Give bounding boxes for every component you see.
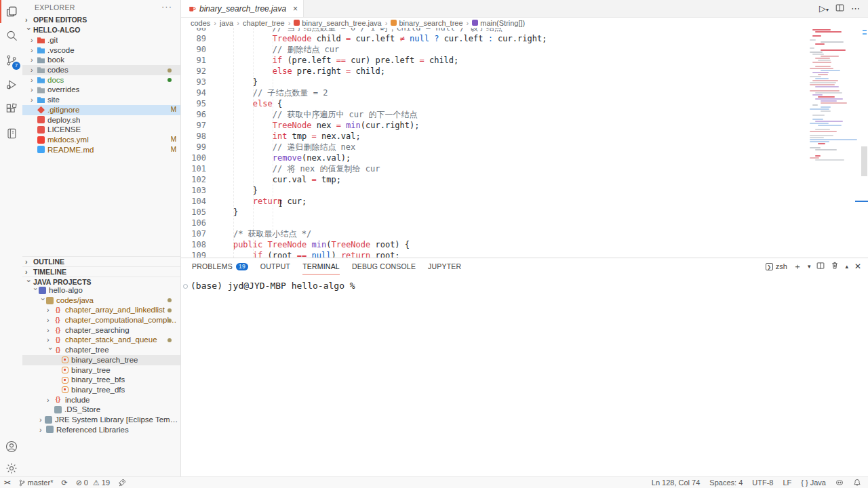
code-line-95: 95 else { — [181, 98, 868, 109]
class-icon — [62, 357, 68, 363]
panel-tab-debug-console[interactable]: DEBUG CONSOLE — [352, 258, 416, 274]
file-icon — [37, 126, 45, 134]
accounts-icon[interactable] — [0, 435, 22, 458]
tab-binary-search-tree[interactable]: binary_search_tree.java × — [181, 0, 304, 17]
problems-count-badge: 19 — [236, 263, 248, 270]
code-line-103: 103 } — [181, 185, 868, 196]
notebook-icon[interactable] — [0, 122, 22, 145]
activity-bar: 7 — [0, 0, 22, 476]
panel-tab-problems[interactable]: PROBLEMS19 — [192, 258, 248, 274]
java-project-item--DS_Store[interactable]: .DS_Store — [22, 405, 180, 415]
problems-status-item[interactable]: ⊘0 ⚠︎19 — [76, 479, 110, 487]
split-editor-icon[interactable] — [835, 3, 844, 14]
java-project-item-include[interactable]: ›{}include — [22, 395, 180, 405]
sync-changes-item[interactable]: ⟳ — [61, 479, 67, 487]
run-debug-icon[interactable] — [0, 73, 22, 96]
explorer-item-mkdocs.yml[interactable]: mkdocs.ymlM — [22, 135, 180, 145]
settings-gear-icon[interactable] — [0, 457, 22, 480]
explorer-item-.vscode[interactable]: ›.vscode — [22, 45, 180, 56]
folder-icon — [37, 47, 45, 54]
java-project-item-hello-algo[interactable]: ›hello-algo — [22, 285, 180, 296]
panel-tab-terminal[interactable]: TERMINAL — [302, 258, 340, 274]
run-java-button[interactable]: ▷▾ — [819, 3, 829, 14]
editor-more-actions-icon[interactable]: ⋯ — [851, 3, 860, 14]
explorer-item-book[interactable]: ›book — [22, 55, 180, 65]
tab-close-icon[interactable]: × — [293, 4, 298, 14]
git-branch-item[interactable]: master* — [18, 479, 54, 487]
terminal-profile-chevron-icon[interactable]: ▾ — [808, 263, 811, 270]
terminal-shell-selector[interactable]: ❯ zsh — [766, 262, 787, 270]
item-label: .vscode — [47, 45, 75, 56]
breadcrumb-item[interactable]: binary_search_tree.java — [294, 19, 381, 27]
java-project-item-chapter_array_and_linkedlist[interactable]: ›{}chapter_array_and_linkedlist — [22, 305, 180, 315]
git-status-badge: M — [171, 105, 176, 115]
java-project-item-binary_search_tree[interactable]: binary_search_tree — [22, 355, 180, 365]
kill-terminal-trash-icon[interactable] — [831, 261, 839, 272]
source-control-icon[interactable]: 7 — [0, 49, 22, 72]
chevron-right-icon: › — [31, 85, 37, 95]
breadcrumb-separator: › — [385, 19, 388, 27]
close-panel-icon[interactable]: ✕ — [854, 262, 861, 271]
explorer-item-codes[interactable]: ›codes — [22, 65, 180, 75]
explorer-item-README.md[interactable]: README.mdM — [22, 145, 180, 155]
explorer-item-LICENSE[interactable]: LICENSE — [22, 125, 180, 135]
explorer-more-actions[interactable]: ··· — [161, 1, 172, 12]
minimap[interactable] — [807, 29, 860, 258]
modified-dot — [167, 68, 172, 73]
java-project-item-chapter_searching[interactable]: ›{}chapter_searching — [22, 325, 180, 336]
maximize-panel-chevron-icon[interactable]: ▴ — [845, 263, 848, 270]
editor-scrollbar[interactable] — [860, 28, 868, 258]
class-icon — [62, 377, 68, 384]
java-project-item-Referenced-Libraries[interactable]: ›Referenced Libraries — [22, 425, 180, 435]
open-editors-section[interactable]: ›OPEN EDITORS — [22, 15, 180, 25]
new-terminal-icon[interactable]: ＋ — [793, 261, 802, 272]
explorer-item-overrides[interactable]: ›overrides — [22, 85, 180, 95]
scrollbar-thumb[interactable] — [861, 146, 867, 176]
breadcrumb-item[interactable]: java — [220, 19, 233, 27]
terminal-view[interactable]: (base) jyd@JYD-MBP hello-algo % — [181, 274, 868, 476]
java-project-item-chapter_tree[interactable]: ›{}chapter_tree — [22, 345, 180, 355]
java-ready-rocket-icon[interactable] — [118, 479, 126, 487]
outline-section[interactable]: ›OUTLINE — [22, 256, 180, 266]
class-icon — [62, 386, 68, 393]
breadcrumb-item[interactable]: main(String[]) — [472, 19, 525, 27]
panel-tab-output[interactable]: OUTPUT — [260, 258, 290, 274]
breadcrumb-item[interactable]: codes — [191, 19, 210, 27]
cursor-position-item[interactable]: Ln 128, Col 74 — [652, 479, 701, 487]
timeline-section[interactable]: ›TIMELINE — [22, 266, 180, 277]
explorer-item-deploy.sh[interactable]: deploy.sh — [22, 115, 180, 125]
split-terminal-icon[interactable] — [816, 262, 825, 272]
java-project-item-binary_tree_dfs[interactable]: binary_tree_dfs — [22, 385, 180, 395]
explorer-item-site[interactable]: ›site — [22, 95, 180, 105]
code-editor[interactable]: 88 // 当子结点数量 = 0 / 1 时，child = null / 该子… — [181, 28, 868, 258]
remote-indicator[interactable]: >< — [4, 479, 10, 486]
language-mode-item[interactable]: { } Java — [801, 479, 826, 487]
java-project-item-chapter_stack_and_queue[interactable]: ›{}chapter_stack_and_queue — [22, 335, 180, 345]
eol-item[interactable]: LF — [783, 479, 791, 487]
overview-cursor-marker — [855, 201, 868, 202]
java-project-item-chapter_computational_complexity[interactable]: ›{}chapter_computational_complexity — [22, 315, 180, 325]
panel-tab-jupyter[interactable]: JUPYTER — [428, 258, 461, 274]
explorer-item-.gitignore[interactable]: .gitignoreM — [22, 105, 180, 115]
indentation-item[interactable]: Spaces: 4 — [709, 479, 743, 487]
item-label: .DS_Store — [64, 405, 100, 415]
java-project-item-JRE-System-Library-Eclipse-Temurin-17-17-[interactable]: ›JRE System Library [Eclipse Temurin 17 … — [22, 415, 180, 425]
code-line-97: 97 TreeNode nex = min(cur.right); — [181, 120, 868, 131]
chevron-right-icon: › — [31, 55, 37, 65]
root-folder-section[interactable]: ›HELLO-ALGO — [22, 25, 180, 35]
notifications-bell-icon[interactable] — [853, 479, 861, 487]
extensions-icon[interactable] — [0, 98, 22, 121]
encoding-item[interactable]: UTF-8 — [752, 479, 773, 487]
explorer-item-docs[interactable]: ›docs — [22, 75, 180, 85]
breadcrumb-item[interactable]: chapter_tree — [243, 19, 285, 27]
breadcrumb-item[interactable]: binary_search_tree — [391, 19, 462, 27]
search-icon[interactable] — [0, 24, 22, 47]
java-project-item-codes-java[interactable]: ›codes/java — [22, 296, 180, 306]
explorer-icon[interactable] — [0, 0, 22, 23]
copilot-status-icon[interactable] — [835, 479, 844, 487]
java-project-item-binary_tree[interactable]: binary_tree — [22, 365, 180, 375]
item-label: include — [65, 395, 90, 405]
item-label: site — [47, 95, 60, 105]
explorer-item-.git[interactable]: ›.git — [22, 35, 180, 45]
java-project-item-binary_tree_bfs[interactable]: binary_tree_bfs — [22, 375, 180, 385]
